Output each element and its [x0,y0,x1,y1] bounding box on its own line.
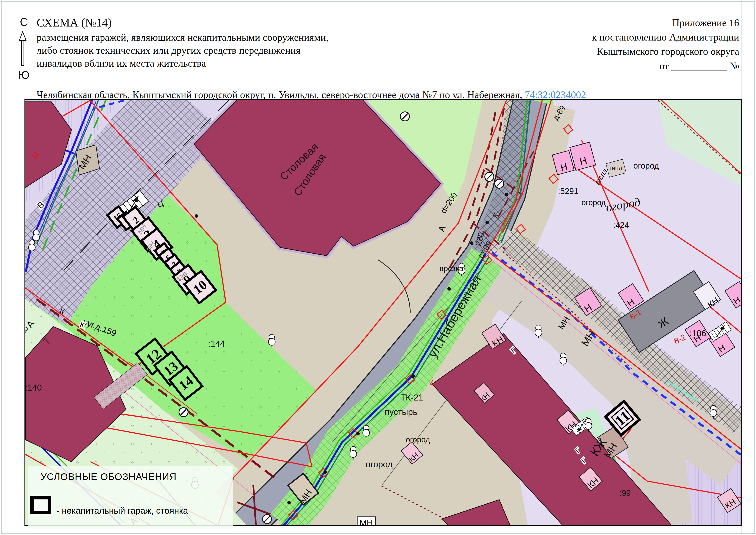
compass: С Ю [16,15,32,81]
node-dot [287,501,291,504]
map-label: врезка [439,264,464,273]
map-label: пустырь [385,407,417,417]
map-label: тепл. [609,164,624,172]
map-label: огород [406,435,430,444]
compass-north-label: С [16,15,32,28]
legend: УСЛОВНЫЕ ОБОЗНАЧЕНИЯ - некапитальный гар… [28,465,232,528]
node-dot [485,221,489,224]
map-label: огород [581,198,606,207]
map-label: ТК-21 [400,393,423,402]
map-drawing: 151234567891011121314 СтоловаяСтоловаяул… [19,99,750,530]
no-entry-icon [485,172,494,181]
map-label: 4 [430,379,434,387]
scheme-subtitle-3: инвалидов вблизи их места жительства [37,58,329,68]
address-line: Челябинская область, Кыштымский городско… [37,89,586,100]
annex-line-4: от ___________ № [592,59,739,73]
map-label: огород [365,460,392,469]
annex-line-2: к постановлению Администрации [592,30,739,44]
annex-line-1: Приложение 16 [592,15,739,30]
map-label: :424 [613,221,629,230]
node-dot [324,470,327,474]
node-dot [356,432,360,436]
node-dot [411,375,415,378]
scheme-title: СХЕМА (№14) [37,17,329,28]
title-block: СХЕМА (№14) размещения гаражей, являющих… [37,17,329,68]
map-label: огород [634,161,659,170]
map-label: :5291 [558,187,578,196]
page: 151234567891011121314 СтоловаяСтоловаяул… [0,0,756,535]
map-canvas: 151234567891011121314 СтоловаяСтоловаяул… [0,0,756,535]
map-label: :106 [689,328,706,338]
no-entry-icon [179,408,188,417]
address-text: Челябинская область, Кыштымский городско… [37,89,525,100]
cadastral-number-link[interactable]: 74:32:0234002 [525,89,586,100]
no-entry-icon [400,112,410,121]
map-label: :99 [619,489,631,497]
map-label: МН [360,518,373,528]
legend-title: УСЛОВНЫЕ ОБОЗНАЧЕНИЯ [40,471,176,482]
compass-south-label: Ю [16,69,32,81]
non-capital-garage-symbol [30,496,51,514]
annex-block: Приложение 16 к постановлению Администра… [592,15,739,73]
no-entry-icon [262,515,272,523]
scheme-subtitle-2: либо стоянок технических или других сред… [37,45,329,55]
node-dot [470,241,473,245]
annex-line-3: Кыштымского городского округа [592,44,739,59]
scheme-subtitle-1: размещения гаражей, являющихся некапитал… [37,32,329,42]
map-label: :144 [208,339,225,348]
no-entry-icon [495,179,504,188]
node-dot [447,287,451,291]
node-dot [505,193,508,196]
map-label: :140 [25,383,42,392]
legend-item-label: - некапитальный гараж, стоянка [56,506,188,516]
node-dot [195,214,198,218]
